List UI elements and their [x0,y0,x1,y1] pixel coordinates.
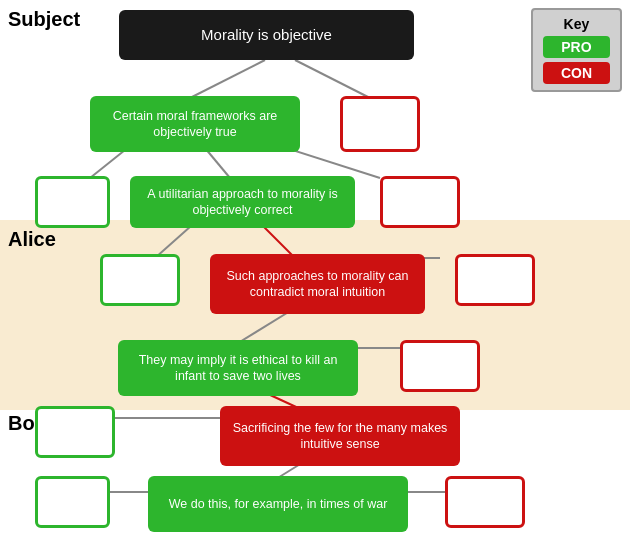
key-con: CON [543,62,610,84]
subject-label: Subject [8,8,80,31]
root-node: Morality is objective [119,10,414,60]
main-container: Subject Alice Bob Key PRO CON Morality i… [0,0,630,558]
empty-con-4 [400,340,480,392]
svg-line-1 [295,60,370,98]
empty-pro-2 [35,176,110,228]
empty-pro-5 [35,406,115,458]
pro4-node: We do this, for example, in times of war [148,476,408,532]
empty-con-1 [340,96,420,152]
con2-node: Sacrificing the few for the many makes i… [220,406,460,466]
empty-con-3 [455,254,535,306]
key-title: Key [564,16,590,32]
pro1-node: Certain moral frameworks are objectively… [90,96,300,152]
pro2-node: A utilitarian approach to morality is ob… [130,176,355,228]
svg-line-0 [190,60,265,98]
empty-con-6 [445,476,525,528]
key-box: Key PRO CON [531,8,622,92]
con1-node: Such approaches to morality can contradi… [210,254,425,314]
empty-con-2 [380,176,460,228]
pro3-node: They may imply it is ethical to kill an … [118,340,358,396]
key-pro: PRO [543,36,609,58]
empty-pro-3 [100,254,180,306]
empty-pro-6 [35,476,110,528]
alice-label: Alice [8,228,56,251]
